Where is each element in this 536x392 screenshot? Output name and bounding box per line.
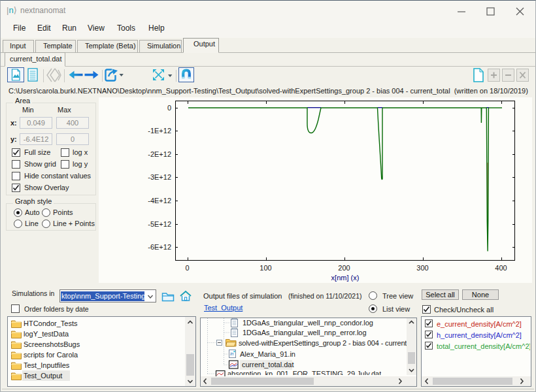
svg-text:-6E+12: -6E+12 <box>148 243 171 251</box>
svg-text:x[nm] (x): x[nm] (x) <box>331 274 360 282</box>
svg-text:-2E+12: -2E+12 <box>148 150 171 158</box>
svg-text:-3E+12: -3E+12 <box>148 173 171 181</box>
svg-text:400: 400 <box>495 264 507 272</box>
svg-text:300: 300 <box>416 264 428 272</box>
svg-text:0: 0 <box>167 104 171 112</box>
svg-text:-5E+12: -5E+12 <box>148 220 171 228</box>
svg-text:in: in <box>230 351 234 356</box>
svg-text:0: 0 <box>185 264 189 272</box>
svg-text:-1E+12: -1E+12 <box>148 127 171 135</box>
svg-text:-4E+12: -4E+12 <box>148 197 171 204</box>
svg-text:100: 100 <box>260 264 271 272</box>
svg-text:200: 200 <box>338 264 350 272</box>
